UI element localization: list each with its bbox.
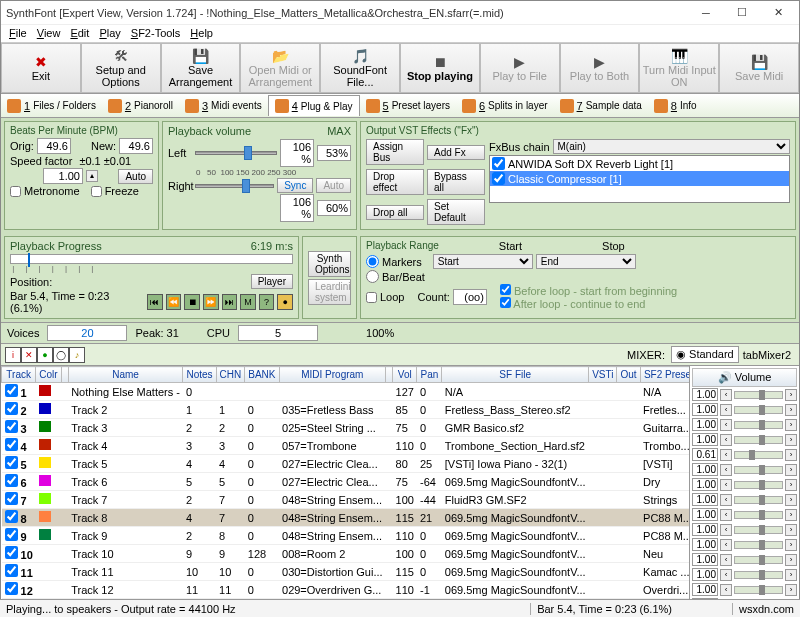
- fxbus-chain-select[interactable]: M(ain): [553, 139, 790, 154]
- stop-select[interactable]: End: [536, 254, 636, 269]
- col-header[interactable]: SF2 Prese: [640, 367, 689, 383]
- progress-bar[interactable]: [10, 254, 293, 264]
- toolbar-exit[interactable]: ✖Exit: [1, 43, 81, 93]
- vol-auto-button[interactable]: Auto: [316, 178, 351, 193]
- mixer-left[interactable]: ‹: [720, 584, 732, 596]
- mixer-slider[interactable]: [734, 556, 783, 564]
- table-row[interactable]: 11Track 1110100030=Distortion Gui...1150…: [2, 563, 690, 581]
- mixer-right[interactable]: ›: [785, 569, 797, 581]
- tab-mixer2[interactable]: tabMixer2: [739, 348, 795, 362]
- marker-q-button[interactable]: ?: [259, 294, 275, 310]
- mixer-left[interactable]: ‹: [720, 554, 732, 566]
- mixer-value[interactable]: 1.00: [692, 418, 718, 431]
- synth-options-button[interactable]: Synth Options: [308, 251, 351, 277]
- mixer-value[interactable]: 1.00: [692, 493, 718, 506]
- track-enable-checkbox[interactable]: [5, 528, 18, 541]
- mixer-left[interactable]: ‹: [720, 539, 732, 551]
- col-header[interactable]: VSTi: [589, 367, 617, 383]
- mixer-right[interactable]: ›: [785, 464, 797, 476]
- player-button[interactable]: Player: [251, 274, 293, 289]
- mixer-value[interactable]: 1.00: [692, 523, 718, 536]
- mixer-right[interactable]: ›: [785, 434, 797, 446]
- row-ok-icon[interactable]: ●: [37, 347, 53, 363]
- mixer-slider[interactable]: [734, 481, 783, 489]
- track-color[interactable]: [39, 493, 51, 504]
- row-del-icon[interactable]: i: [5, 347, 21, 363]
- mixer-slider[interactable]: [734, 406, 783, 414]
- mixer-right[interactable]: ›: [785, 554, 797, 566]
- mixer-left[interactable]: ‹: [720, 449, 732, 461]
- mixer-right[interactable]: ›: [785, 494, 797, 506]
- mixer-value[interactable]: 1.00: [692, 583, 718, 596]
- freeze-checkbox[interactable]: [91, 186, 102, 197]
- col-header[interactable]: [61, 367, 68, 383]
- tab--files-folders[interactable]: 1 Files / Folders: [1, 96, 102, 116]
- track-enable-checkbox[interactable]: [5, 582, 18, 595]
- close-button[interactable]: ✕: [762, 3, 794, 23]
- start-select[interactable]: Start: [433, 254, 533, 269]
- count-value[interactable]: (oo): [453, 289, 487, 305]
- sync-button[interactable]: Sync: [277, 178, 313, 193]
- menu-sf2-tools[interactable]: SF2-Tools: [131, 27, 181, 40]
- mixer-value[interactable]: 1.00: [692, 388, 718, 401]
- mixer-left[interactable]: ‹: [720, 419, 732, 431]
- toolbar-stop-playing[interactable]: ⏹Stop playing: [400, 43, 480, 93]
- loop-checkbox[interactable]: [366, 292, 377, 303]
- col-header[interactable]: [386, 367, 393, 383]
- tab--splits-in-layer[interactable]: 6 Splits in layer: [456, 96, 554, 116]
- mixer-slider[interactable]: [734, 436, 783, 444]
- markers-radio[interactable]: [366, 255, 379, 268]
- tab--preset-layers[interactable]: 5 Preset layers: [360, 96, 456, 116]
- track-enable-checkbox[interactable]: [5, 438, 18, 451]
- track-enable-checkbox[interactable]: [5, 474, 18, 487]
- col-header[interactable]: Name: [68, 367, 183, 383]
- col-header[interactable]: Out: [617, 367, 640, 383]
- table-row[interactable]: 1Nothing Else Matters -01270N/AN/A: [2, 383, 690, 401]
- mixer-value[interactable]: 1.00: [692, 553, 718, 566]
- mixer-left[interactable]: ‹: [720, 479, 732, 491]
- mixer-value[interactable]: 1.00: [692, 508, 718, 521]
- toolbar-open-midi-or-arrangement[interactable]: 📂Open Midi or Arrangement: [240, 43, 320, 93]
- track-color[interactable]: [39, 421, 51, 432]
- mixer-slider[interactable]: [734, 466, 783, 474]
- mixer-left[interactable]: ‹: [720, 524, 732, 536]
- mixer-slider[interactable]: [734, 511, 783, 519]
- table-row[interactable]: 6Track 6550027=Electric Clea...75-64069.…: [2, 473, 690, 491]
- right-volume-slider[interactable]: [195, 184, 274, 188]
- tab--info[interactable]: 8 Info: [648, 96, 703, 116]
- rewind-start-button[interactable]: ⏮: [147, 294, 163, 310]
- bpm-auto-button[interactable]: Auto: [118, 169, 153, 184]
- menu-edit[interactable]: Edit: [70, 27, 89, 40]
- mixer-right[interactable]: ›: [785, 584, 797, 596]
- table-row[interactable]: 8Track 8470048=String Ensem...11521069.5…: [2, 509, 690, 527]
- mixer-left[interactable]: ‹: [720, 509, 732, 521]
- menu-play[interactable]: Play: [99, 27, 120, 40]
- tab--sample-data[interactable]: 7 Sample data: [554, 96, 648, 116]
- drop-all-button[interactable]: Drop all: [366, 205, 424, 220]
- tab--plug-play[interactable]: 4 Plug & Play: [268, 95, 360, 116]
- track-color[interactable]: [39, 439, 51, 450]
- mixer-value[interactable]: 1.00: [692, 403, 718, 416]
- mixer-right[interactable]: ›: [785, 419, 797, 431]
- col-header[interactable]: Pan: [417, 367, 442, 383]
- track-enable-checkbox[interactable]: [5, 492, 18, 505]
- fx-item[interactable]: Classic Compressor [1]: [490, 171, 789, 186]
- track-enable-checkbox[interactable]: [5, 402, 18, 415]
- set-default-button[interactable]: Set Default: [427, 199, 485, 225]
- mixer-slider[interactable]: [734, 496, 783, 504]
- toolbar-soundfont-file-[interactable]: 🎵SoundFont File...: [320, 43, 400, 93]
- col-header[interactable]: CHN: [216, 367, 245, 383]
- track-color[interactable]: [39, 547, 51, 558]
- mixer-value[interactable]: 1.00: [692, 538, 718, 551]
- table-row[interactable]: 4Track 4330057=Trombone1100Trombone_Sect…: [2, 437, 690, 455]
- mixer-right[interactable]: ›: [785, 479, 797, 491]
- assign-bus-button[interactable]: Assign Bus: [366, 139, 424, 165]
- toolbar-play-to-file[interactable]: ▶Play to File: [480, 43, 560, 93]
- mixer-value[interactable]: 0.61: [692, 448, 718, 461]
- minimize-button[interactable]: ─: [690, 3, 722, 23]
- rewind-button[interactable]: ⏪: [166, 294, 182, 310]
- col-header[interactable]: Colr: [36, 367, 61, 383]
- speed-factor-input[interactable]: 1.00: [43, 168, 83, 184]
- menu-view[interactable]: View: [37, 27, 61, 40]
- track-color[interactable]: [39, 529, 51, 540]
